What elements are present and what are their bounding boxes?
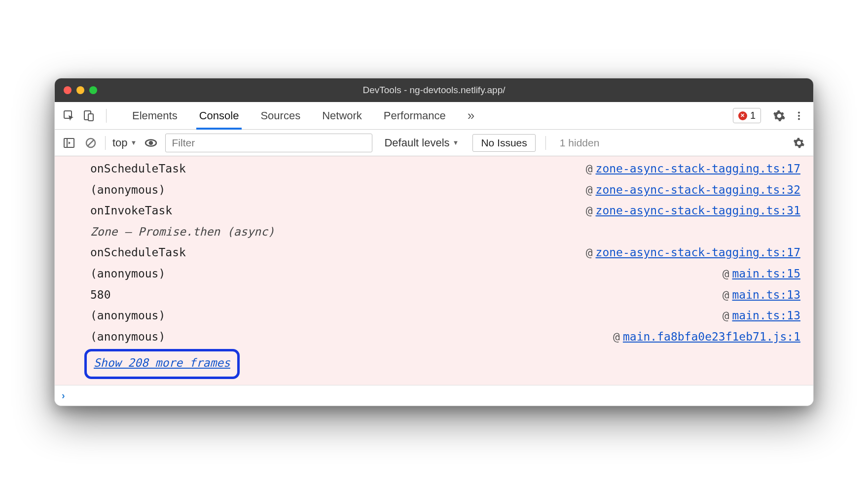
svg-point-5 (798, 118, 800, 120)
device-toolbar-icon[interactable] (81, 108, 96, 123)
at-symbol: @ (586, 204, 593, 217)
log-levels-selector[interactable]: Default levels ▼ (384, 137, 459, 149)
panel-tabs: Elements Console Sources Network Perform… (132, 102, 474, 129)
svg-point-4 (798, 115, 800, 117)
clear-console-icon[interactable] (83, 136, 98, 150)
hidden-count: 1 hidden (560, 137, 600, 149)
chevron-down-icon: ▼ (131, 139, 137, 146)
stack-frame-source: @zone-async-stack-tagging.ts:32 (586, 179, 800, 201)
stack-frame-source: @main.ts:13 (723, 305, 800, 326)
console-settings-icon[interactable] (792, 136, 806, 150)
at-symbol: @ (723, 309, 729, 322)
show-more-frames-link[interactable]: Show 208 more frames (94, 356, 230, 369)
stack-frame-function: (anonymous) (90, 305, 165, 326)
separator (105, 136, 106, 150)
toggle-console-sidebar-icon[interactable] (62, 136, 76, 150)
at-symbol: @ (723, 267, 729, 280)
levels-label: Default levels (384, 137, 449, 149)
at-symbol: @ (723, 288, 729, 301)
at-symbol: @ (586, 246, 593, 259)
error-count: 1 (750, 110, 756, 121)
svg-point-3 (798, 111, 800, 113)
source-link[interactable]: zone-async-stack-tagging.ts:17 (596, 246, 800, 259)
settings-icon[interactable] (772, 108, 787, 123)
at-symbol: @ (613, 330, 620, 343)
stack-frame-function: onInvokeTask (90, 200, 172, 221)
stack-frame: onScheduleTask@zone-async-stack-tagging.… (55, 242, 813, 263)
stack-frame-source: @main.ts:15 (723, 263, 800, 284)
stack-frame-source: @main.ts:13 (723, 284, 800, 306)
source-link[interactable]: zone-async-stack-tagging.ts:17 (596, 162, 800, 175)
tab-network[interactable]: Network (322, 102, 362, 129)
source-link[interactable]: zone-async-stack-tagging.ts:31 (596, 204, 800, 217)
separator (545, 136, 546, 150)
stack-frame-function: onScheduleTask (90, 242, 186, 263)
error-icon (738, 111, 747, 120)
window-title: DevTools - ng-devtools.netlify.app/ (55, 85, 813, 96)
context-label: top (112, 137, 128, 149)
issues-button[interactable]: No Issues (472, 134, 535, 152)
stack-frame-function: 580 (90, 284, 111, 306)
tab-console[interactable]: Console (199, 102, 239, 129)
stack-frame-source: @zone-async-stack-tagging.ts:31 (586, 200, 800, 221)
stack-frame-source: @zone-async-stack-tagging.ts:17 (586, 158, 800, 179)
stack-frame-function: Zone — Promise.then (async) (90, 221, 275, 242)
stack-frame-function: (anonymous) (90, 326, 165, 347)
chevron-down-icon: ▼ (453, 139, 459, 146)
stack-frame: onScheduleTask@zone-async-stack-tagging.… (55, 158, 813, 179)
titlebar: DevTools - ng-devtools.netlify.app/ (55, 78, 813, 102)
live-expression-icon[interactable] (144, 136, 158, 150)
minimize-window-button[interactable] (76, 86, 84, 94)
at-symbol: @ (586, 183, 593, 196)
stack-frame: onInvokeTask@zone-async-stack-tagging.ts… (55, 200, 813, 221)
traffic-lights (64, 86, 97, 94)
console-toolbar: top ▼ Default levels ▼ No Issues 1 hidde… (55, 130, 813, 156)
source-link[interactable]: main.ts:13 (732, 288, 800, 301)
inspect-element-icon[interactable] (62, 108, 76, 123)
svg-point-9 (149, 140, 153, 145)
stack-frame: (anonymous)@zone-async-stack-tagging.ts:… (55, 179, 813, 201)
stack-frame-source: @zone-async-stack-tagging.ts:17 (586, 242, 800, 263)
at-symbol: @ (586, 162, 593, 175)
main-toolbar: Elements Console Sources Network Perform… (55, 102, 813, 130)
stack-frame: (anonymous)@main.ts:15 (55, 263, 813, 284)
filter-input[interactable] (165, 134, 372, 152)
stack-frame-source: @main.fa8bfa0e23f1eb71.js:1 (613, 326, 800, 347)
svg-rect-2 (88, 114, 93, 121)
source-link[interactable]: zone-async-stack-tagging.ts:32 (596, 183, 800, 196)
tab-elements[interactable]: Elements (132, 102, 178, 129)
tab-sources[interactable]: Sources (260, 102, 300, 129)
maximize-window-button[interactable] (89, 86, 97, 94)
source-link[interactable]: main.ts:15 (732, 267, 800, 280)
devtools-window: DevTools - ng-devtools.netlify.app/ Elem… (54, 78, 814, 406)
stack-frame-function: onScheduleTask (90, 158, 186, 179)
source-link[interactable]: main.fa8bfa0e23f1eb71.js:1 (623, 330, 800, 343)
tab-performance[interactable]: Performance (384, 102, 446, 129)
show-more-frames-highlight: Show 208 more frames (84, 349, 240, 379)
console-prompt[interactable]: › (55, 385, 813, 406)
stack-frame: (anonymous)@main.fa8bfa0e23f1eb71.js:1 (55, 326, 813, 347)
error-count-badge[interactable]: 1 (733, 108, 761, 123)
context-selector[interactable]: top ▼ (112, 137, 137, 149)
source-link[interactable]: main.ts:13 (732, 309, 800, 322)
stack-trace: onScheduleTask@zone-async-stack-tagging.… (55, 156, 813, 384)
close-window-button[interactable] (64, 86, 72, 94)
stack-frame-function: (anonymous) (90, 263, 165, 284)
stack-frame: Zone — Promise.then (async) (55, 221, 813, 242)
stack-frame: 580@main.ts:13 (55, 284, 813, 306)
prompt-chevron-icon: › (62, 390, 65, 401)
separator (106, 109, 107, 123)
kebab-menu-icon[interactable] (792, 108, 806, 123)
stack-frame-function: (anonymous) (90, 179, 165, 201)
stack-frame: (anonymous)@main.ts:13 (55, 305, 813, 326)
tabs-overflow-icon[interactable]: » (468, 102, 474, 129)
